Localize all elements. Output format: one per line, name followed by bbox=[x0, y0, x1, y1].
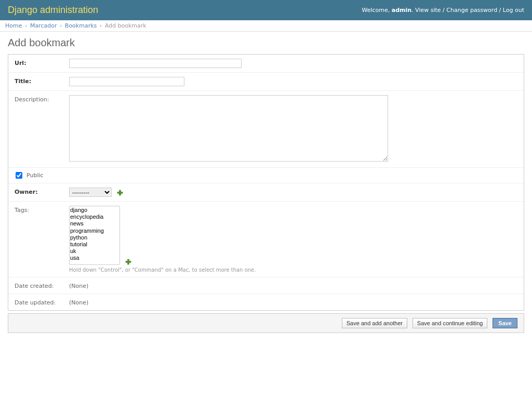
date-updated-label: Date updated: bbox=[15, 298, 69, 306]
form-row-tags: Tags: django encyclopedia news programmi… bbox=[8, 202, 524, 277]
save-button[interactable] bbox=[493, 318, 517, 328]
form-row-date-created: Date created: (None) bbox=[8, 277, 524, 294]
plus-icon bbox=[125, 259, 131, 265]
breadcrumb-app[interactable]: Marcador bbox=[30, 22, 57, 29]
breadcrumbs: Home › Marcador › Bookmarks › Add bookma… bbox=[0, 20, 532, 32]
svg-rect-3 bbox=[126, 261, 131, 263]
branding: Django administration bbox=[8, 5, 98, 16]
tag-option[interactable]: uk bbox=[70, 248, 119, 255]
tag-option[interactable]: usa bbox=[70, 255, 119, 261]
tag-option[interactable]: python bbox=[70, 234, 119, 241]
submit-row bbox=[8, 313, 524, 333]
form-row-public: Public bbox=[8, 168, 524, 183]
username: admin bbox=[392, 7, 411, 14]
change-password-link[interactable]: Change password bbox=[446, 7, 497, 14]
url-label: Url: bbox=[15, 59, 69, 66]
tags-help: Hold down "Control", or "Command" on a M… bbox=[69, 267, 517, 273]
description-label: Description: bbox=[15, 95, 69, 103]
form-row-date-updated: Date updated: (None) bbox=[8, 294, 524, 310]
tags-label: Tags: bbox=[15, 206, 69, 214]
content: Add bookmark Url: Title: Description: Pu… bbox=[0, 32, 532, 338]
public-label: Public bbox=[26, 172, 44, 179]
tags-select[interactable]: django encyclopedia news programming pyt… bbox=[69, 206, 120, 265]
header: Django administration Welcome, admin. Vi… bbox=[0, 0, 532, 20]
date-created-value: (None) bbox=[69, 282, 88, 289]
save-add-another-button[interactable] bbox=[342, 318, 407, 328]
breadcrumb-home[interactable]: Home bbox=[5, 22, 22, 29]
title-input[interactable] bbox=[69, 77, 184, 86]
owner-label: Owner: bbox=[15, 188, 69, 195]
user-tools: Welcome, admin. View site / Change passw… bbox=[362, 7, 524, 14]
add-owner-button[interactable] bbox=[117, 190, 123, 196]
tag-option[interactable]: programming bbox=[70, 228, 119, 234]
tag-option[interactable]: tutorial bbox=[70, 241, 119, 248]
page-title: Add bookmark bbox=[8, 37, 524, 49]
form-row-url: Url: bbox=[8, 55, 524, 73]
owner-select[interactable]: --------- bbox=[69, 188, 112, 197]
url-input[interactable] bbox=[69, 59, 242, 68]
plus-icon bbox=[117, 190, 123, 196]
title-label: Title: bbox=[15, 77, 69, 85]
breadcrumb-model[interactable]: Bookmarks bbox=[65, 22, 97, 29]
tag-option[interactable]: news bbox=[70, 220, 119, 227]
breadcrumb-current: Add bookmark bbox=[105, 22, 147, 29]
description-textarea[interactable] bbox=[69, 95, 388, 162]
svg-rect-1 bbox=[117, 192, 123, 194]
date-updated-value: (None) bbox=[69, 298, 88, 306]
save-continue-button[interactable] bbox=[413, 318, 488, 328]
public-checkbox[interactable] bbox=[16, 172, 22, 179]
welcome-text: Welcome, bbox=[362, 7, 390, 14]
logout-link[interactable]: Log out bbox=[503, 7, 524, 14]
tag-option[interactable]: encyclopedia bbox=[70, 214, 119, 220]
tag-option[interactable]: django bbox=[70, 207, 119, 214]
view-site-link[interactable]: View site bbox=[415, 7, 441, 14]
form-row-description: Description: bbox=[8, 91, 524, 168]
form-module: Url: Title: Description: Public Owner: bbox=[8, 54, 524, 311]
form-row-title: Title: bbox=[8, 73, 524, 91]
add-tag-button[interactable] bbox=[125, 259, 131, 265]
form-row-owner: Owner: --------- bbox=[8, 183, 524, 202]
date-created-label: Date created: bbox=[15, 282, 69, 289]
